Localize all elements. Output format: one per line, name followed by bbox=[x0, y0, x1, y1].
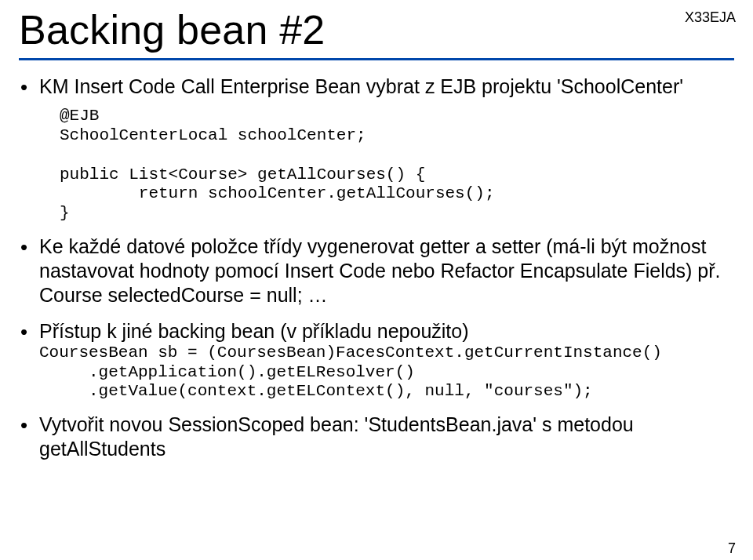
course-tag: X33EJA bbox=[685, 9, 736, 26]
bullet-item: KM Insert Code Call Enterprise Bean vybr… bbox=[19, 75, 734, 224]
bullet-item: Ke každé datové položce třídy vygenerova… bbox=[19, 235, 734, 308]
page-number: 7 bbox=[728, 540, 736, 557]
bullet-item: Vytvořit novou SessionScoped bean: 'Stud… bbox=[19, 413, 734, 462]
bullet-text: Ke každé datové položce třídy vygenerova… bbox=[39, 235, 721, 307]
slide-title: Backing bean #2 bbox=[19, 6, 734, 53]
title-rule bbox=[19, 58, 734, 60]
code-block: @EJB SchoolCenterLocal schoolCenter; pub… bbox=[60, 107, 734, 224]
bullet-item: Přístup k jiné backing bean (v příkladu … bbox=[19, 319, 734, 402]
bullet-text: KM Insert Code Call Enterprise Bean vybr… bbox=[39, 75, 683, 97]
slide: X33EJA Backing bean #2 KM Insert Code Ca… bbox=[0, 6, 753, 560]
bullet-list: KM Insert Code Call Enterprise Bean vybr… bbox=[19, 75, 734, 462]
bullet-text: Vytvořit novou SessionScoped bean: 'Stud… bbox=[39, 413, 634, 460]
bullet-text: Přístup k jiné backing bean (v příkladu … bbox=[39, 319, 734, 344]
code-block: CoursesBean sb = (CoursesBean)FacesConte… bbox=[39, 344, 734, 402]
